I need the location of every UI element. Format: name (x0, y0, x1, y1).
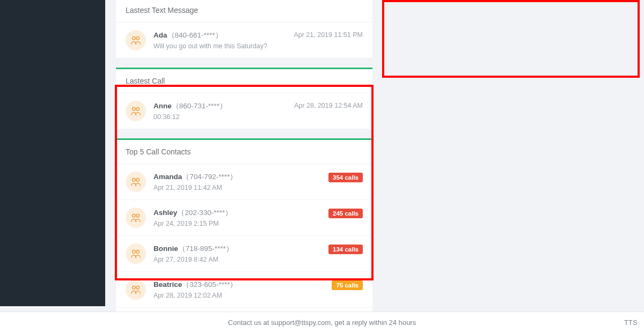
list-item[interactable]: Beatrice（323-605-****）Apr 28, 2019 12:02… (116, 272, 372, 308)
count-badge-wrap: 75 calls (332, 280, 363, 290)
avatar (126, 101, 146, 121)
contact-phone: （323-605-****） (182, 280, 237, 288)
name-line: Beatrice（323-605-****） (153, 280, 332, 290)
contact-phone: （840-661-****） (167, 31, 223, 39)
sidebar (0, 0, 105, 306)
avatar (126, 208, 146, 228)
contact-phone: （860-731-****） (172, 102, 227, 110)
timestamp: Apr 24, 2019 2:15 PM (153, 220, 328, 227)
name-line: Ada（840-661-****） (153, 31, 294, 40)
row-body: Anne（860-731-****） 00:36:12 (153, 101, 294, 121)
timestamp: Apr 28, 2019 12:54 AM (294, 102, 363, 109)
svg-point-5 (136, 179, 139, 182)
contact-name: Ashley (153, 209, 177, 217)
main-content: Lastest Text Message Ada（840-661-****） W… (105, 0, 644, 308)
count-badge: 134 calls (328, 245, 363, 254)
card-title: Lastest Call (116, 69, 372, 93)
people-icon (130, 212, 142, 224)
count-badge-wrap: 245 calls (328, 209, 363, 218)
name-line: Bonnie（718-895-****） (153, 244, 328, 254)
card-title: Lastest Text Message (116, 0, 372, 23)
contact-phone: （704-792-****） (182, 173, 237, 181)
timestamp: Apr 21, 2019 11:42 AM (153, 184, 328, 191)
svg-point-10 (133, 286, 136, 290)
row-body: Ada（840-661-****） Will you go out with m… (153, 31, 294, 50)
card-latest-call: Lastest Call Anne（860-731-****） 00:36:12… (116, 68, 372, 129)
list-item[interactable]: Ashley（202-330-****）Apr 24, 2019 2:15 PM… (116, 200, 372, 236)
contact-name: Amanda (153, 173, 182, 181)
count-badge-wrap: 134 calls (328, 245, 363, 254)
message-snippet: Will you go out with me this Saturday? (153, 42, 294, 50)
svg-point-4 (133, 179, 136, 182)
footer: Contact us at support@ttspy.com, get a r… (0, 312, 644, 333)
name-line: Anne（860-731-****） (153, 101, 294, 111)
avatar (126, 172, 146, 192)
contact-name: Anne (153, 102, 172, 110)
avatar (126, 30, 146, 50)
people-icon (130, 248, 142, 260)
svg-point-8 (133, 250, 136, 254)
svg-point-11 (136, 286, 139, 290)
svg-point-6 (133, 214, 136, 218)
footer-brand: TTS (624, 319, 638, 327)
row-body: Beatrice（323-605-****）Apr 28, 2019 12:02… (153, 280, 332, 299)
footer-text: Contact us at support@ttspy.com, get a r… (228, 319, 416, 327)
timestamp: Apr 27, 2019 8:42 AM (153, 256, 328, 263)
contact-name: Ada (153, 31, 167, 39)
list-item[interactable]: Amanda（704-792-****）Apr 21, 2019 11:42 A… (116, 164, 372, 200)
call-duration: 00:36:12 (153, 113, 294, 121)
svg-point-9 (136, 250, 139, 254)
name-line: Ashley（202-330-****） (153, 208, 328, 218)
row-body: Amanda（704-792-****）Apr 21, 2019 11:42 A… (153, 172, 328, 191)
count-badge-wrap: 354 calls (328, 173, 363, 182)
svg-point-1 (136, 37, 139, 40)
svg-point-2 (133, 108, 136, 111)
list-item[interactable]: Bonnie（718-895-****）Apr 27, 2019 8:42 AM… (116, 236, 372, 272)
contact-name: Beatrice (153, 280, 182, 288)
row-body: Bonnie（718-895-****）Apr 27, 2019 8:42 AM (153, 244, 328, 263)
card-top-calls: Top 5 Call Contacts Amanda（704-792-****）… (116, 138, 372, 333)
people-icon (130, 284, 142, 295)
contact-phone: （718-895-****） (178, 245, 233, 253)
timestamp: Apr 21, 2019 11:51 PM (294, 31, 363, 39)
contact-phone: （202-330-****） (177, 209, 232, 217)
row-body: Ashley（202-330-****）Apr 24, 2019 2:15 PM (153, 208, 328, 227)
avatar (126, 279, 146, 300)
list-item[interactable]: Ada（840-661-****） Will you go out with m… (116, 23, 372, 58)
people-icon (130, 34, 142, 46)
count-badge: 245 calls (328, 209, 363, 218)
contact-name: Bonnie (153, 245, 178, 253)
svg-point-0 (133, 37, 136, 40)
svg-point-7 (136, 214, 139, 218)
card-latest-text: Lastest Text Message Ada（840-661-****） W… (116, 0, 372, 58)
people-icon (130, 176, 142, 188)
count-badge: 354 calls (328, 173, 363, 182)
count-badge: 75 calls (332, 280, 363, 290)
timestamp: Apr 28, 2019 12:02 AM (153, 292, 332, 299)
svg-point-3 (136, 108, 139, 111)
card-title: Top 5 Call Contacts (116, 140, 372, 164)
avatar (126, 243, 146, 264)
list-item[interactable]: Anne（860-731-****） 00:36:12 Apr 28, 2019… (116, 93, 372, 129)
people-icon (130, 105, 142, 117)
name-line: Amanda（704-792-****） (153, 172, 328, 182)
top-calls-list: Amanda（704-792-****）Apr 21, 2019 11:42 A… (116, 164, 372, 333)
